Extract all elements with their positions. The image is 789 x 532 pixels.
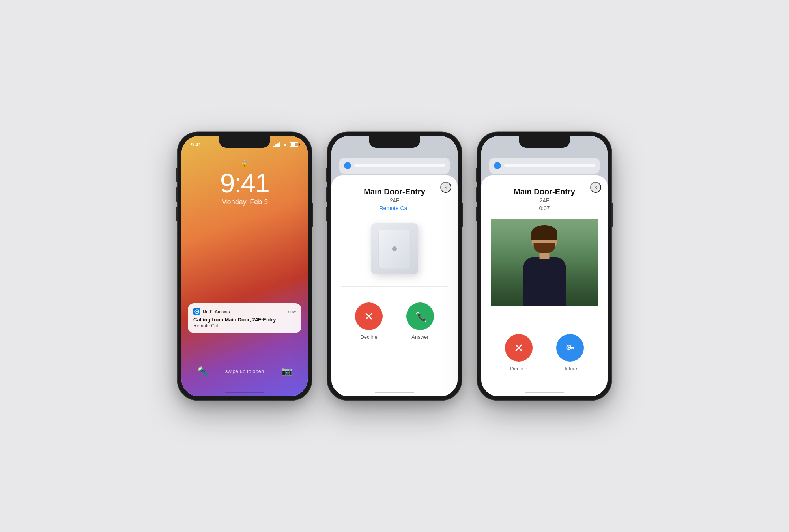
card-status-2: Remote Call xyxy=(379,205,409,211)
answer-action-2: 📞 Answer xyxy=(406,302,434,340)
svg-rect-13 xyxy=(571,348,572,349)
home-indicator-2 xyxy=(375,392,414,393)
card-subtitle-2: 24F xyxy=(390,197,399,203)
unlock-button-3[interactable] xyxy=(556,334,584,362)
svg-text:📞: 📞 xyxy=(417,313,426,321)
card-timer-3: 0:07 xyxy=(539,205,550,211)
svg-rect-12 xyxy=(573,348,574,349)
svg-point-10 xyxy=(568,346,570,348)
close-button-2[interactable]: × xyxy=(440,182,451,193)
status-time-1: 9:41 xyxy=(191,142,201,147)
notif-title: Calling from Main Door, 24F-Entry xyxy=(193,317,296,323)
notch-3 xyxy=(519,136,570,148)
notch-2 xyxy=(369,136,420,148)
close-button-3[interactable]: × xyxy=(590,182,601,193)
access-reader-image xyxy=(377,227,412,271)
divider-2 xyxy=(341,286,448,287)
lock-time: 9:41 xyxy=(220,170,269,196)
app-icon xyxy=(193,308,200,315)
notif-header: UniFi Access now xyxy=(193,308,296,315)
unlock-action-3: Unlock xyxy=(556,334,584,371)
notif-time: now xyxy=(288,309,296,314)
notch-1 xyxy=(219,136,270,148)
video-preview-3 xyxy=(491,219,598,306)
answer-button-2[interactable]: 📞 xyxy=(406,302,434,330)
call-actions-3: Decline xyxy=(505,334,584,371)
home-indicator-1 xyxy=(225,392,264,393)
card-title-3: Main Door-Entry xyxy=(514,187,575,196)
answer-label-2: Answer xyxy=(411,334,428,340)
swipe-label: swipe up to open xyxy=(225,368,264,374)
notif-body: Remote Call xyxy=(193,323,296,329)
card-title-2: Main Door-Entry xyxy=(364,187,425,196)
camera-icon[interactable]: 📷 xyxy=(281,366,292,377)
call-actions-2: Decline 📞 Answer xyxy=(355,302,434,340)
blurred-line-3 xyxy=(504,164,595,167)
decline-button-2[interactable] xyxy=(355,302,383,330)
unlock-label-3: Unlock xyxy=(562,366,578,371)
divider-3 xyxy=(491,318,598,318)
notification-card[interactable]: UniFi Access now Calling from Main Door,… xyxy=(188,303,301,333)
lock-bottom: 🔦 swipe up to open 📷 xyxy=(181,366,308,377)
decline-action-3: Decline xyxy=(505,334,533,371)
decline-action-2: Decline xyxy=(355,302,383,340)
decline-label-3: Decline xyxy=(510,366,527,371)
phone-1: 9:41 ▲ 🔒 9:41 xyxy=(178,132,312,400)
blue-dot-2 xyxy=(344,162,351,169)
device-image-2 xyxy=(371,223,418,274)
app-name: UniFi Access xyxy=(203,309,230,314)
battery-icon xyxy=(290,142,298,147)
blurred-notif-3 xyxy=(489,158,600,174)
status-icons-1: ▲ xyxy=(273,142,298,147)
signal-icon xyxy=(273,142,280,147)
svg-point-1 xyxy=(196,311,198,312)
blurred-line-2 xyxy=(354,164,445,167)
decline-button-3[interactable] xyxy=(505,334,533,362)
blurred-notif-2 xyxy=(339,158,450,174)
flashlight-icon[interactable]: 🔦 xyxy=(197,366,208,377)
phone-3: × Main Door-Entry 24F 0:07 xyxy=(477,132,611,400)
call-card-3: × Main Door-Entry 24F 0:07 xyxy=(481,175,608,396)
lock-icon: 🔒 xyxy=(240,159,249,168)
lock-date: Monday, Feb 3 xyxy=(221,198,268,206)
home-indicator-3 xyxy=(525,392,564,393)
phone-2: × Main Door-Entry 24F Remote Call xyxy=(327,132,462,400)
card-subtitle-3: 24F xyxy=(540,197,549,203)
decline-label-2: Decline xyxy=(360,334,377,340)
svg-rect-11 xyxy=(571,347,574,348)
svg-point-3 xyxy=(392,246,397,251)
blue-dot-3 xyxy=(494,162,501,169)
wifi-icon: ▲ xyxy=(282,142,288,147)
notif-app: UniFi Access xyxy=(193,308,230,315)
call-card: × Main Door-Entry 24F Remote Call xyxy=(331,175,458,396)
